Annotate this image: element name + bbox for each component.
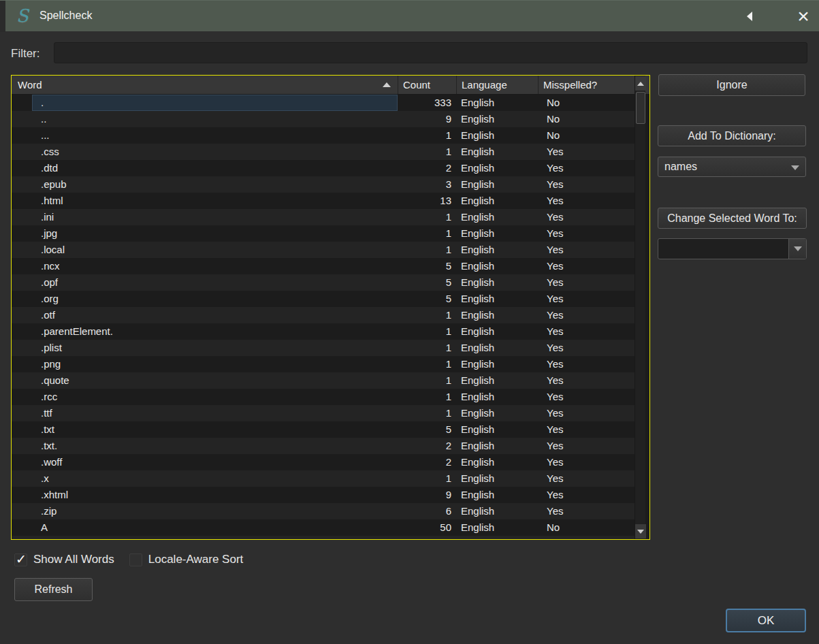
cell-word[interactable]: .ttf xyxy=(32,405,398,421)
cell-word[interactable]: .otf xyxy=(32,307,398,323)
cell-language[interactable]: English xyxy=(456,519,538,536)
ok-button[interactable]: OK xyxy=(726,609,806,632)
cell-language[interactable]: English xyxy=(456,438,538,454)
table-row[interactable]: . 333 English No xyxy=(12,95,639,111)
cell-count[interactable]: 5 xyxy=(398,291,456,307)
cell-count[interactable]: 1 xyxy=(398,242,456,258)
cell-count[interactable]: 333 xyxy=(398,95,456,111)
cell-language[interactable]: English xyxy=(456,323,538,340)
cell-language[interactable]: English xyxy=(456,209,538,225)
cell-language[interactable]: English xyxy=(456,372,538,389)
cell-misspelled[interactable]: Yes xyxy=(538,487,639,503)
column-header-language[interactable]: Language xyxy=(456,76,538,94)
table-row[interactable]: .png 1 English Yes xyxy=(12,356,639,372)
cell-language[interactable]: English xyxy=(456,176,538,193)
cell-language[interactable]: English xyxy=(456,258,538,274)
table-row[interactable]: .jpg 1 English Yes xyxy=(12,225,639,242)
cell-word[interactable]: .woff xyxy=(32,454,398,470)
cell-count[interactable]: 1 xyxy=(398,225,456,242)
table-row[interactable]: .html 13 English Yes xyxy=(12,193,639,209)
cell-word[interactable]: A xyxy=(32,519,398,536)
cell-count[interactable]: 6 xyxy=(398,503,456,519)
cell-count[interactable]: 1 xyxy=(398,470,456,487)
cell-word[interactable]: .x xyxy=(32,470,398,487)
close-icon[interactable]: × xyxy=(790,2,817,31)
cell-misspelled[interactable]: Yes xyxy=(538,340,639,356)
cell-language[interactable]: English xyxy=(456,389,538,405)
cell-count[interactable]: 5 xyxy=(398,421,456,438)
cell-word[interactable]: .opf xyxy=(32,274,398,291)
cell-count[interactable]: 1 xyxy=(398,209,456,225)
vertical-scrollbar[interactable] xyxy=(635,76,645,539)
table-row[interactable]: .otf 1 English Yes xyxy=(12,307,639,323)
refresh-button[interactable]: Refresh xyxy=(14,578,93,601)
cell-language[interactable]: English xyxy=(456,144,538,160)
locale-aware-sort-checkbox[interactable] xyxy=(129,553,142,566)
cell-count[interactable]: 1 xyxy=(398,144,456,160)
cell-count[interactable]: 5 xyxy=(398,258,456,274)
cell-misspelled[interactable]: Yes xyxy=(538,274,639,291)
cell-misspelled[interactable]: Yes xyxy=(538,291,639,307)
cell-language[interactable]: English xyxy=(456,340,538,356)
table-row[interactable]: .woff 2 English Yes xyxy=(12,454,639,470)
cell-word[interactable]: .rcc xyxy=(32,389,398,405)
filter-input[interactable] xyxy=(54,42,807,63)
cell-misspelled[interactable]: No xyxy=(538,519,639,536)
cell-word[interactable]: .xhtml xyxy=(32,487,398,503)
cell-misspelled[interactable]: Yes xyxy=(538,160,639,176)
cell-word[interactable]: .dtd xyxy=(32,160,398,176)
cell-language[interactable]: English xyxy=(456,421,538,438)
cell-count[interactable]: 1 xyxy=(398,372,456,389)
dictionary-select[interactable]: names xyxy=(658,157,806,177)
change-selected-word-button[interactable]: Change Selected Word To: xyxy=(658,208,807,229)
cell-word[interactable]: .quote xyxy=(32,372,398,389)
table-row[interactable]: A 50 English No xyxy=(12,519,639,536)
change-word-dropdown-button[interactable] xyxy=(788,239,806,259)
cell-count[interactable]: 1 xyxy=(398,356,456,372)
cell-word[interactable]: .parentElement. xyxy=(32,323,398,340)
cell-misspelled[interactable]: Yes xyxy=(538,209,639,225)
table-row[interactable]: .ncx 5 English Yes xyxy=(12,258,639,274)
cell-count[interactable]: 1 xyxy=(398,307,456,323)
cell-misspelled[interactable]: Yes xyxy=(538,242,639,258)
cell-word[interactable]: .epub xyxy=(32,176,398,193)
table-row[interactable]: .dtd 2 English Yes xyxy=(12,160,639,176)
cell-misspelled[interactable]: No xyxy=(538,95,639,111)
cell-count[interactable]: 2 xyxy=(398,438,456,454)
ignore-button[interactable]: Ignore xyxy=(658,74,805,96)
cell-word[interactable]: ... xyxy=(32,127,398,144)
cell-language[interactable]: English xyxy=(456,470,538,487)
cell-word[interactable]: .local xyxy=(32,242,398,258)
cell-count[interactable]: 9 xyxy=(398,487,456,503)
cell-language[interactable]: English xyxy=(456,242,538,258)
spellcheck-table[interactable]: Word Count Language Misspelled? . 333 En… xyxy=(11,75,650,540)
table-row[interactable]: .org 5 English Yes xyxy=(12,291,639,307)
cell-misspelled[interactable]: Yes xyxy=(538,372,639,389)
table-row[interactable]: .opf 5 English Yes xyxy=(12,274,639,291)
cell-misspelled[interactable]: Yes xyxy=(538,421,639,438)
cell-language[interactable]: English xyxy=(456,193,538,209)
cell-language[interactable]: English xyxy=(456,487,538,503)
scrollbar-thumb[interactable] xyxy=(636,92,645,124)
table-row-partial[interactable] xyxy=(12,536,639,539)
scroll-down-icon[interactable] xyxy=(635,524,646,538)
cell-misspelled[interactable]: Yes xyxy=(538,503,639,519)
add-to-dictionary-button[interactable]: Add To Dictionary: xyxy=(658,125,806,146)
table-row[interactable]: .txt. 2 English Yes xyxy=(12,438,639,454)
cell-language[interactable]: English xyxy=(456,405,538,421)
cell-word[interactable]: .ini xyxy=(32,209,398,225)
cell-count[interactable]: 1 xyxy=(398,389,456,405)
table-row[interactable]: .zip 6 English Yes xyxy=(12,503,639,519)
cell-word[interactable]: .plist xyxy=(32,340,398,356)
cell-misspelled[interactable]: No xyxy=(538,127,639,144)
table-row[interactable]: .x 1 English Yes xyxy=(12,470,639,487)
table-row[interactable]: .quote 1 English Yes xyxy=(12,372,639,389)
cell-word[interactable]: .txt xyxy=(32,421,398,438)
table-row[interactable]: .rcc 1 English Yes xyxy=(12,389,639,405)
cell-misspelled[interactable]: Yes xyxy=(538,144,639,160)
cell-word[interactable]: .org xyxy=(32,291,398,307)
cell-misspelled[interactable]: Yes xyxy=(538,225,639,242)
scroll-up-icon[interactable] xyxy=(635,76,646,91)
column-header-word[interactable]: Word xyxy=(12,76,398,94)
cell-word[interactable]: .png xyxy=(32,356,398,372)
